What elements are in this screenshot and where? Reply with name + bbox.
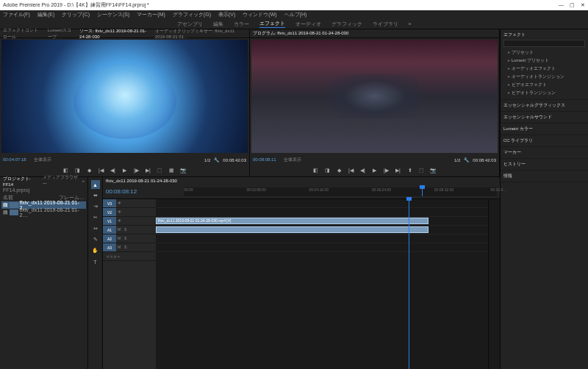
- goto-in-icon[interactable]: |◀: [348, 167, 355, 174]
- menu-help[interactable]: ヘルプ(H): [284, 11, 307, 18]
- tab-effect-controls[interactable]: エフェクトコントロール: [3, 27, 42, 40]
- play-icon[interactable]: ▶: [121, 167, 129, 174]
- goto-out-icon[interactable]: ▶|: [395, 167, 402, 174]
- timeline-content[interactable]: ffxiv_dx11 2019-08-21 01-24-28-030.mp4 […: [156, 199, 488, 369]
- panel-lumetri-color[interactable]: Lumetri カラー: [501, 123, 588, 135]
- track-a1[interactable]: A1: [103, 226, 116, 234]
- ripple-tool-icon[interactable]: ⇥: [91, 202, 100, 211]
- solo-icon[interactable]: S: [124, 227, 130, 233]
- tab-program[interactable]: プログラム: ffxiv_dx11 2019-08-21 01-24-28-03…: [253, 30, 348, 37]
- menu-edit[interactable]: 編集(E): [37, 11, 54, 18]
- tab-audio-mixer[interactable]: オーディオクリップミキサー: ffxiv_dx11 2019-08-21 01…: [155, 28, 246, 39]
- type-tool-icon[interactable]: T: [91, 257, 100, 266]
- mute-icon[interactable]: M: [118, 245, 123, 251]
- program-fit-dropdown[interactable]: 全体表示: [284, 157, 301, 163]
- step-back-icon[interactable]: ◀|: [359, 167, 367, 174]
- extract-icon[interactable]: ⬚: [418, 167, 426, 174]
- step-fwd-icon[interactable]: |▶: [133, 167, 140, 174]
- marker-out-icon[interactable]: ◨: [324, 167, 331, 174]
- marker-in-icon[interactable]: ◧: [312, 167, 320, 174]
- workspace-audio[interactable]: オーディオ: [295, 21, 321, 28]
- close-icon[interactable]: ✕: [581, 2, 585, 8]
- panel-cc-libraries[interactable]: CC ライブラリ: [501, 135, 588, 147]
- timeline-ruler[interactable]: 00:00 00:02:08:00 00:04:16:00 00:06:24:0…: [184, 187, 497, 196]
- folder-video-fx[interactable]: ビデオエフェクト: [503, 81, 585, 89]
- goto-out-icon[interactable]: ▶|: [145, 167, 152, 174]
- solo-icon[interactable]: S: [124, 245, 130, 251]
- video-clip[interactable]: ffxiv_dx11 2019-08-21 01-24-28-030.mp4 […: [156, 218, 429, 224]
- playhead[interactable]: [422, 187, 423, 196]
- source-scale[interactable]: 1/2: [204, 158, 210, 162]
- audio-clip[interactable]: [156, 226, 429, 233]
- menu-marker[interactable]: マーカー(M): [137, 11, 165, 18]
- play-icon[interactable]: ▶: [371, 167, 379, 174]
- folder-lumetri[interactable]: Lumetri プリセット: [503, 57, 585, 65]
- panel-history[interactable]: ヒストリー: [501, 159, 588, 171]
- panel-markers[interactable]: マーカー: [501, 147, 588, 159]
- col-name[interactable]: 名前: [3, 194, 13, 201]
- project-item[interactable]: ▤ ffxiv_dx11 2019-08-21 01-2…: [1, 209, 86, 216]
- toggle-eye-icon[interactable]: 👁: [118, 218, 123, 224]
- program-tc-left[interactable]: 00:08:08:11: [253, 157, 276, 162]
- tab-source-clip[interactable]: ソース: ffxiv_dx11 2019-08-21 01-24-28-030: [79, 28, 149, 39]
- menu-view[interactable]: 表示(V): [218, 11, 235, 18]
- track-a2[interactable]: A2: [103, 234, 116, 243]
- folder-audio-fx[interactable]: オーディオエフェクト: [503, 65, 585, 73]
- panel-info[interactable]: 情報: [501, 171, 588, 182]
- folder-video-trans[interactable]: ビデオトランジション: [503, 89, 585, 97]
- mute-icon[interactable]: M: [118, 227, 123, 233]
- program-scale[interactable]: 1/2: [454, 158, 460, 162]
- source-video[interactable]: [1, 40, 248, 153]
- tab-lumetri-scopes[interactable]: Lumetriスコープ: [48, 27, 74, 40]
- track-select-tool-icon[interactable]: ⬌: [91, 191, 100, 200]
- timeline-tab[interactable]: ffxiv_dx11 2019-08-21 01-24-28-030: [106, 179, 177, 183]
- program-video[interactable]: [251, 40, 498, 153]
- panel-essential-sound[interactable]: エッセンシャルサウンド: [501, 112, 588, 123]
- panel-more-icon[interactable]: »: [82, 179, 85, 183]
- selection-tool-icon[interactable]: ▲: [91, 180, 100, 189]
- marker-in-icon[interactable]: ◧: [62, 167, 70, 174]
- track-v3[interactable]: V3: [103, 199, 116, 207]
- menu-clip[interactable]: クリップ(C): [62, 11, 90, 18]
- insert-icon[interactable]: ⬚: [157, 167, 164, 174]
- slip-tool-icon[interactable]: ⇔: [91, 224, 100, 233]
- menu-file[interactable]: ファイル(F): [3, 11, 30, 18]
- workspace-more-icon[interactable]: »: [409, 21, 412, 26]
- step-fwd-icon[interactable]: |▶: [383, 167, 390, 174]
- marker-out-icon[interactable]: ◨: [74, 167, 82, 174]
- export-frame-icon[interactable]: 📷: [430, 167, 437, 174]
- workspace-library[interactable]: ライブラリ: [373, 21, 398, 28]
- marker-icon[interactable]: ◆: [86, 167, 93, 174]
- folder-audio-trans[interactable]: オーディオトランジション: [503, 73, 585, 81]
- workspace-edit[interactable]: 編集: [213, 21, 223, 28]
- fit-dropdown[interactable]: 全体表示: [34, 157, 51, 163]
- lift-icon[interactable]: ⬆: [406, 167, 414, 174]
- minimize-icon[interactable]: —: [559, 2, 564, 8]
- folder-presets[interactable]: プリセット: [503, 49, 585, 57]
- overwrite-icon[interactable]: ▦: [168, 167, 176, 174]
- playhead-line[interactable]: [409, 199, 409, 369]
- mute-icon[interactable]: M: [118, 236, 123, 242]
- marker-icon[interactable]: ◆: [336, 167, 343, 174]
- timeline-timecode[interactable]: 00:08:08:12: [106, 188, 137, 195]
- source-tc-left[interactable]: 00:04:07:18: [3, 157, 26, 162]
- step-back-icon[interactable]: ◀|: [110, 167, 117, 174]
- menu-window[interactable]: ウィンドウ(W): [243, 11, 276, 18]
- toggle-eye-icon[interactable]: 👁: [118, 209, 123, 215]
- pen-tool-icon[interactable]: ✎: [91, 235, 100, 244]
- effects-tab[interactable]: エフェクト: [503, 32, 585, 38]
- hand-tool-icon[interactable]: ✋: [91, 246, 100, 255]
- panel-essential-graphics[interactable]: エッセンシャルグラフィックス: [501, 100, 588, 112]
- menu-sequence[interactable]: シーケンス(S): [97, 11, 129, 18]
- workspace-graphics[interactable]: グラフィック: [331, 21, 362, 28]
- export-frame-icon[interactable]: 📷: [180, 167, 187, 174]
- razor-tool-icon[interactable]: ✂: [91, 213, 100, 222]
- master-track[interactable]: マスター: [103, 254, 123, 259]
- effects-search[interactable]: [503, 40, 585, 47]
- workspace-effects[interactable]: エフェクト: [259, 20, 285, 28]
- track-v1[interactable]: V1: [103, 217, 116, 225]
- track-a3[interactable]: A3: [103, 243, 116, 251]
- toggle-eye-icon[interactable]: 👁: [118, 201, 123, 207]
- maximize-icon[interactable]: ▢: [570, 2, 575, 8]
- menu-graphic[interactable]: グラフィック(G): [173, 11, 211, 18]
